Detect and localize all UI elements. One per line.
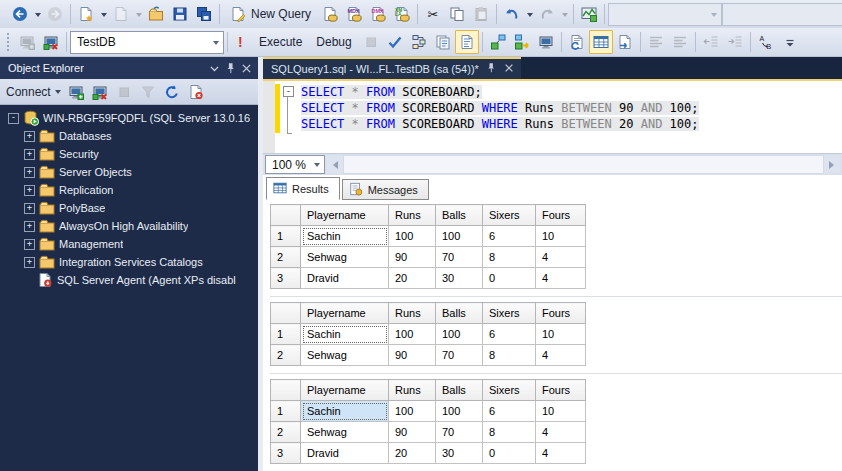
- grid-cell[interactable]: 0: [483, 443, 536, 464]
- tab-messages[interactable]: Messages: [342, 179, 429, 200]
- grid-cell[interactable]: 4: [536, 345, 586, 366]
- undo-dropdown-icon[interactable]: [524, 3, 535, 25]
- xmla-query-button[interactable]: XMLA: [390, 2, 414, 26]
- grid-cell[interactable]: Sachin: [301, 324, 389, 345]
- grid-cell[interactable]: 4: [536, 268, 586, 289]
- stop-button[interactable]: [113, 80, 136, 103]
- navigate-button[interactable]: AB: [754, 30, 778, 54]
- tree-item-win-rbgf59fqdfl-sql-server-13-[interactable]: -WIN-RBGF59FQDFL (SQL Server 13.0.16: [0, 109, 258, 127]
- mdx-query-button[interactable]: MDX: [342, 2, 366, 26]
- row-number-cell[interactable]: 2: [271, 247, 301, 268]
- grid-corner-cell[interactable]: [271, 205, 301, 226]
- grid-cell[interactable]: 10: [536, 401, 586, 422]
- refresh-button[interactable]: [161, 80, 184, 103]
- uncomment-button[interactable]: [668, 30, 692, 54]
- sql-code[interactable]: SELECT * FROM SCOREBOARD;SELECT * FROM S…: [295, 81, 842, 153]
- grid-cell[interactable]: 100: [436, 226, 483, 247]
- tab-results[interactable]: Results: [266, 177, 340, 200]
- filter-button[interactable]: [137, 80, 160, 103]
- column-header-playername[interactable]: Playername: [301, 205, 389, 226]
- grid-cell[interactable]: 100: [436, 401, 483, 422]
- tree-item-security[interactable]: +Security: [0, 145, 258, 163]
- save-all-button[interactable]: [192, 2, 216, 26]
- grid-corner-cell[interactable]: [271, 380, 301, 401]
- grid-cell[interactable]: 70: [436, 345, 483, 366]
- collapse-region-icon[interactable]: -: [283, 86, 294, 97]
- paste-button[interactable]: [469, 2, 493, 26]
- column-header-sixers[interactable]: Sixers: [483, 380, 536, 401]
- connect-menu-button[interactable]: Connect: [4, 81, 64, 103]
- results-to-file-button[interactable]: [613, 30, 637, 54]
- row-number-cell[interactable]: 3: [271, 443, 301, 464]
- tree-item-alwayson-high-availability[interactable]: +AlwaysOn High Availability: [0, 217, 258, 235]
- connect-object-explorer-button[interactable]: [15, 30, 39, 54]
- grid-cell[interactable]: 10: [536, 324, 586, 345]
- column-header-balls[interactable]: Balls: [436, 303, 483, 324]
- script-wizard-button[interactable]: [185, 80, 208, 103]
- grid-cell[interactable]: 8: [483, 345, 536, 366]
- tree-item-polybase[interactable]: +PolyBase: [0, 199, 258, 217]
- add-item-button[interactable]: [109, 2, 133, 26]
- back-button[interactable]: [8, 2, 32, 26]
- column-header-runs[interactable]: Runs: [389, 303, 436, 324]
- window-position-icon[interactable]: [206, 60, 222, 76]
- add-item-dropdown-icon[interactable]: [133, 3, 144, 25]
- grid-cell[interactable]: 100: [389, 226, 436, 247]
- row-number-cell[interactable]: 2: [271, 345, 301, 366]
- tree-toggle-icon[interactable]: +: [24, 167, 35, 178]
- grid-cell[interactable]: Sehwag: [301, 247, 389, 268]
- actual-plan-button[interactable]: [510, 30, 534, 54]
- tree-item-sql-server-agent-agent-xps-dis[interactable]: SQL Server Agent (Agent XPs disabl: [0, 271, 258, 289]
- new-query-button[interactable]: New Query: [223, 3, 318, 25]
- tree-toggle-icon[interactable]: +: [24, 131, 35, 142]
- execute-button[interactable]: !Execute: [231, 31, 309, 53]
- activity-monitor-button[interactable]: [577, 2, 601, 26]
- estimated-plan-button[interactable]: [407, 30, 431, 54]
- grid-cell[interactable]: 70: [436, 422, 483, 443]
- sql-editor[interactable]: - SELECT * FROM SCOREBOARD;SELECT * FROM…: [263, 81, 842, 153]
- grid-cell[interactable]: 30: [436, 443, 483, 464]
- redo-button[interactable]: [535, 2, 559, 26]
- grid-cell[interactable]: Sehwag: [301, 345, 389, 366]
- column-header-balls[interactable]: Balls: [436, 380, 483, 401]
- column-header-playername[interactable]: Playername: [301, 380, 389, 401]
- debug-button[interactable]: Debug: [309, 31, 358, 53]
- grid-cell[interactable]: Dravid: [301, 443, 389, 464]
- grid-cell[interactable]: 100: [436, 324, 483, 345]
- sql-line-2[interactable]: SELECT * FROM SCOREBOARD WHERE Runs BETW…: [301, 100, 842, 116]
- increase-indent-button[interactable]: [723, 30, 747, 54]
- toolbar-options-overflow[interactable]: [778, 30, 802, 54]
- disconnect-button[interactable]: [89, 80, 112, 103]
- editor-zoom-combo[interactable]: 100 %: [265, 155, 325, 174]
- grid-cell[interactable]: 30: [436, 268, 483, 289]
- tree-item-server-objects[interactable]: +Server Objects: [0, 163, 258, 181]
- tree-toggle-icon[interactable]: +: [24, 257, 35, 268]
- forward-button[interactable]: [43, 2, 67, 26]
- grid-cell[interactable]: 70: [436, 247, 483, 268]
- grid-cell[interactable]: 8: [483, 422, 536, 443]
- row-number-cell[interactable]: 2: [271, 422, 301, 443]
- grid-cell[interactable]: 6: [483, 401, 536, 422]
- column-header-playername[interactable]: Playername: [301, 303, 389, 324]
- new-item-button[interactable]: [74, 2, 98, 26]
- grid-cell[interactable]: 20: [389, 268, 436, 289]
- scroll-right-icon[interactable]: [824, 156, 840, 173]
- tab-close-icon[interactable]: [503, 62, 515, 76]
- tree-item-replication[interactable]: +Replication: [0, 181, 258, 199]
- column-header-fours[interactable]: Fours: [536, 205, 586, 226]
- grid-cell[interactable]: Sachin: [301, 401, 389, 422]
- tree-toggle-icon[interactable]: +: [24, 185, 35, 196]
- back-dropdown-icon[interactable]: [32, 3, 43, 25]
- row-number-cell[interactable]: 1: [271, 324, 301, 345]
- grid-cell[interactable]: 90: [389, 422, 436, 443]
- grid-cell[interactable]: 90: [389, 345, 436, 366]
- tree-toggle-icon[interactable]: +: [24, 239, 35, 250]
- sql-line-3[interactable]: SELECT * FROM SCOREBOARD WHERE Runs BETW…: [301, 116, 842, 132]
- redo-dropdown-icon[interactable]: [559, 3, 570, 25]
- column-header-runs[interactable]: Runs: [389, 380, 436, 401]
- cancel-query-button[interactable]: [359, 30, 383, 54]
- column-header-fours[interactable]: Fours: [536, 303, 586, 324]
- cut-button[interactable]: ✂: [421, 2, 445, 26]
- comment-button[interactable]: [644, 30, 668, 54]
- grid-cell[interactable]: 4: [536, 247, 586, 268]
